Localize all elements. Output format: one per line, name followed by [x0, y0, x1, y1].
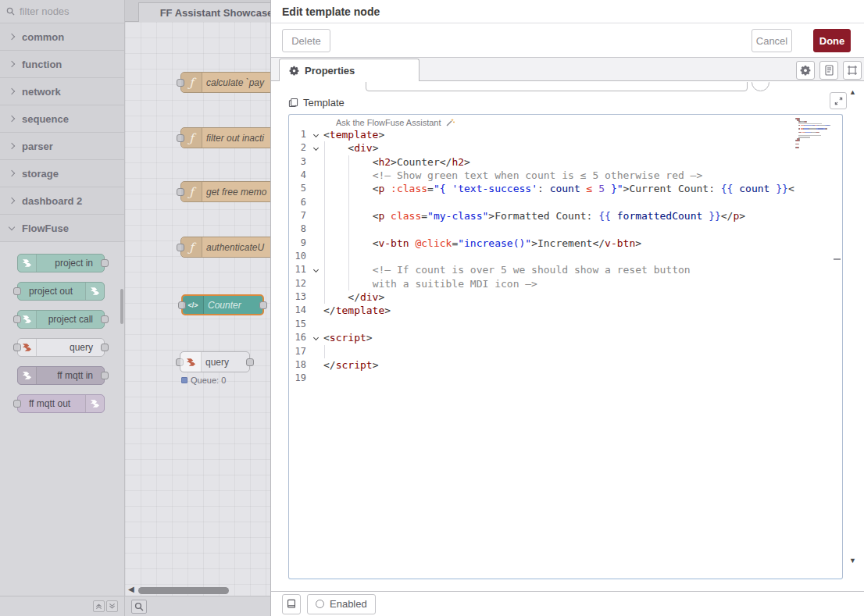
palette-expand-all-button[interactable]: [106, 600, 118, 612]
palette-category-flowfuse[interactable]: FlowFuse: [0, 215, 124, 242]
palette-node-label: ff mqtt in: [57, 367, 93, 384]
flowfuse-icon: [180, 352, 202, 372]
enabled-circle-icon: [316, 600, 324, 608]
palette-filter-input[interactable]: filter nodes: [0, 0, 124, 23]
line-number: 4: [289, 169, 311, 182]
palette-node-ff-mqtt-in[interactable]: ff mqtt in: [17, 366, 105, 385]
line-number: 5: [289, 182, 311, 195]
flow-node-filter-out-inacti[interactable]: ƒfilter out inacti: [180, 127, 270, 148]
fold-gutter: [311, 209, 323, 223]
output-port[interactable]: [101, 259, 109, 267]
palette-category-network[interactable]: network: [0, 78, 124, 105]
edit-dialog-tabs: Properties: [271, 58, 864, 81]
horizontal-scrollbar[interactable]: [138, 587, 229, 594]
scroll-up-arrow-icon[interactable]: ▲: [849, 88, 856, 96]
tray-toolbar: Delete Cancel Done: [271, 23, 864, 58]
flow-node-query[interactable]: query: [180, 351, 250, 372]
output-port[interactable]: [246, 358, 254, 366]
fold-gutter: [311, 182, 323, 195]
output-port[interactable]: [101, 344, 109, 351]
expand-editor-button[interactable]: [830, 92, 847, 109]
editor-minimap[interactable]: [795, 118, 833, 151]
palette-category-parser[interactable]: parser: [0, 133, 124, 160]
scroll-down-arrow-icon[interactable]: ▼: [849, 557, 856, 564]
palette-category-sequence[interactable]: sequence: [0, 105, 124, 133]
scrolled-round-button[interactable]: [752, 82, 769, 91]
function-icon: ƒ: [181, 182, 202, 201]
function-icon: ƒ: [181, 128, 202, 148]
palette-category-common[interactable]: common: [0, 23, 124, 51]
chevron-right-icon: [9, 61, 15, 67]
node-appearance-button[interactable]: [843, 61, 862, 80]
palette-scrollbar[interactable]: [120, 289, 123, 324]
palette-collapse-all-button[interactable]: [93, 600, 105, 612]
scrolled-field[interactable]: [366, 82, 748, 91]
node-red-editor: filter nodes commonfunctionnetworksequen…: [0, 0, 864, 616]
flow-node-calculate-pay[interactable]: ƒcalculate `pay: [180, 72, 270, 93]
output-port[interactable]: [259, 301, 267, 309]
input-port[interactable]: [13, 287, 21, 295]
cancel-button[interactable]: Cancel: [752, 29, 792, 52]
flowfuse-icon: [85, 283, 104, 300]
fold-gutter: [311, 290, 323, 304]
assistant-hint-label: Ask the FlowFuse Assistant: [336, 118, 441, 127]
line-number: 7: [289, 209, 311, 223]
fold-chevron-icon[interactable]: [311, 128, 323, 141]
node-help-button[interactable]: [282, 594, 301, 614]
workspace-search-button[interactable]: [131, 600, 147, 614]
palette-node-query[interactable]: query: [17, 338, 105, 357]
input-port[interactable]: [13, 400, 21, 408]
palette-categories: commonfunctionnetworksequenceparserstora…: [0, 23, 124, 413]
enabled-label: Enabled: [330, 598, 367, 610]
flow-node-authenticateU[interactable]: ƒauthenticateU: [180, 237, 270, 258]
palette-category-dashboard-2[interactable]: dashboard 2: [0, 187, 124, 215]
tray-title: Edit template node: [282, 5, 380, 18]
code-text: [323, 372, 830, 385]
flowfuse-icon: [18, 255, 37, 272]
done-button[interactable]: Done: [813, 29, 851, 52]
palette-category-storage[interactable]: storage: [0, 160, 124, 187]
palette-node-label: project out: [29, 283, 73, 300]
code-line: 5 <p :class="{ 'text-success': count ≤ 5…: [289, 182, 830, 195]
search-icon: [6, 7, 15, 16]
fold-chevron-icon[interactable]: [311, 331, 323, 344]
node-description-button[interactable]: [819, 61, 838, 80]
delete-button[interactable]: Delete: [282, 29, 330, 52]
code-text: [323, 250, 830, 263]
fold-gutter: [311, 345, 323, 358]
fold-chevron-icon[interactable]: [311, 263, 323, 276]
flow-tab[interactable]: FF Assistant Showcase: [138, 2, 270, 22]
template-node-icon: </>: [183, 296, 204, 314]
palette-node-label: project call: [48, 311, 93, 328]
fold-chevron-icon[interactable]: [311, 141, 323, 155]
code-line: 12 with a suitible MDI icon —>: [289, 277, 830, 290]
output-port[interactable]: [101, 372, 109, 379]
palette-node-ff-mqtt-out[interactable]: ff mqtt out: [17, 394, 105, 413]
gear-icon: [289, 66, 299, 76]
tray-footer: Enabled: [271, 591, 864, 616]
code-line: 9 <v-btn @click="increase()">Increment</…: [289, 237, 830, 250]
chevron-right-icon: [9, 143, 15, 149]
tab-properties[interactable]: Properties: [279, 59, 420, 81]
line-number: 14: [289, 304, 311, 317]
assistant-hint[interactable]: Ask the FlowFuse Assistant: [336, 116, 455, 129]
flow-canvas[interactable]: ƒcalculate `payƒfilter out inactiƒget fr…: [125, 22, 270, 596]
code-text: [323, 223, 830, 236]
code-line: 17: [289, 345, 830, 358]
palette-node-project-in[interactable]: project in: [17, 254, 105, 272]
palette-node-project-call[interactable]: project call: [17, 310, 105, 329]
hscroll-left-arrow-icon[interactable]: ◀: [128, 585, 134, 593]
flow-node-get-free-memo[interactable]: ƒget free memo: [180, 181, 270, 202]
code-text: [323, 345, 830, 358]
palette-category-function[interactable]: function: [0, 51, 124, 78]
code-text: <!— If count is over 5 we should show a …: [323, 263, 830, 276]
palette-footer: [0, 596, 124, 616]
palette-node-project-out[interactable]: project out: [17, 282, 105, 301]
node-label: filter out inacti: [206, 128, 270, 148]
appearance-icon: [847, 65, 858, 76]
output-port[interactable]: [101, 315, 109, 323]
template-code-editor[interactable]: Ask the FlowFuse Assistant 1<template>2 …: [288, 114, 843, 579]
flow-node-Counter[interactable]: </>Counter: [181, 294, 264, 315]
node-settings-button[interactable]: [796, 61, 815, 80]
node-enabled-toggle[interactable]: Enabled: [307, 594, 376, 614]
